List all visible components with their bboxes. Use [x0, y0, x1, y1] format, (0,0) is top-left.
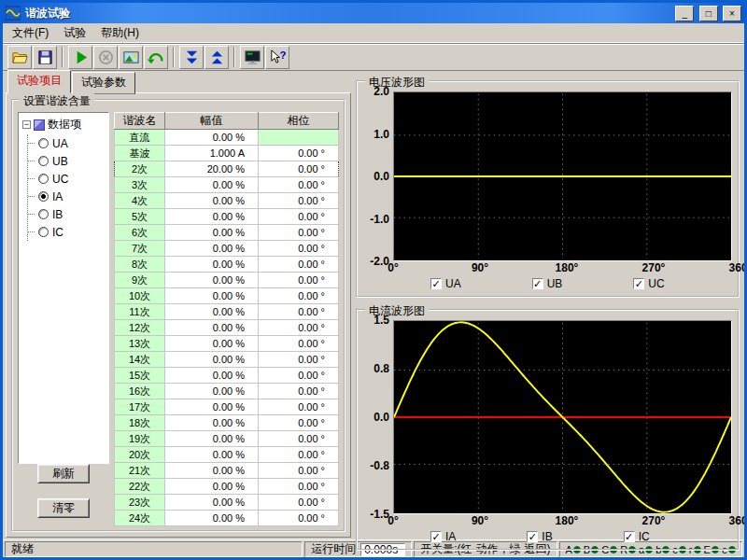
- tree-item-ia[interactable]: IA: [28, 188, 106, 205]
- tree-item-ub[interactable]: UB: [28, 152, 106, 170]
- menu-item-file[interactable]: 文件(F): [5, 22, 56, 44]
- table-cell[interactable]: 0.00 %: [165, 225, 259, 241]
- series-checkbox-uc[interactable]: ✓UC: [633, 277, 664, 290]
- table-cell[interactable]: 0.00 %: [165, 177, 259, 193]
- table-cell[interactable]: 0.00 °: [259, 209, 339, 225]
- table-cell[interactable]: 0.00 %: [165, 415, 259, 431]
- column-header[interactable]: 谐波名: [115, 113, 165, 130]
- table-cell[interactable]: 0.00 %: [165, 352, 259, 368]
- table-row[interactable]: 15次0.00 %0.00 °: [115, 368, 339, 384]
- table-cell[interactable]: 11次: [115, 304, 165, 320]
- table-cell[interactable]: 0.00 %: [165, 320, 259, 336]
- table-cell[interactable]: 1.000 A: [165, 146, 259, 161]
- column-header[interactable]: 幅值: [165, 113, 259, 130]
- table-cell[interactable]: [259, 130, 339, 146]
- table-cell[interactable]: 0.00 °: [259, 273, 339, 288]
- table-cell[interactable]: 5次: [115, 209, 165, 225]
- table-cell[interactable]: 0.00 °: [259, 463, 339, 479]
- table-cell[interactable]: 基波: [115, 146, 165, 161]
- table-row[interactable]: 21次0.00 %0.00 °: [115, 463, 339, 479]
- table-cell[interactable]: 0.00 °: [259, 447, 339, 463]
- tree-item-ic[interactable]: IC: [28, 223, 106, 241]
- tree-item-ib[interactable]: IB: [28, 205, 106, 223]
- table-cell[interactable]: 0.00 %: [165, 495, 259, 511]
- table-cell[interactable]: 0.00 %: [165, 511, 259, 526]
- table-cell[interactable]: 7次: [115, 241, 165, 257]
- table-row[interactable]: 18次0.00 %0.00 °: [115, 415, 339, 431]
- table-cell[interactable]: 0.00 °: [259, 241, 339, 257]
- run-button[interactable]: [68, 46, 92, 69]
- table-cell[interactable]: 20.00 %: [165, 161, 259, 177]
- table-cell[interactable]: 0.00 °: [259, 479, 339, 495]
- table-cell[interactable]: 0.00 °: [259, 146, 339, 161]
- table-cell[interactable]: 10次: [115, 288, 165, 304]
- table-cell[interactable]: 0.00 °: [259, 495, 339, 511]
- table-row[interactable]: 19次0.00 %0.00 °: [115, 431, 339, 447]
- table-cell[interactable]: 24次: [115, 511, 165, 526]
- table-cell[interactable]: 21次: [115, 463, 165, 479]
- table-row[interactable]: 22次0.00 %0.00 °: [115, 479, 339, 495]
- table-cell[interactable]: 3次: [115, 177, 165, 193]
- tree-item-uc[interactable]: UC: [28, 170, 106, 188]
- table-row[interactable]: 24次0.00 %0.00 °: [115, 511, 339, 526]
- table-cell[interactable]: 20次: [115, 447, 165, 463]
- table-cell[interactable]: 0.00 %: [165, 304, 259, 320]
- table-row[interactable]: 3次0.00 %0.00 °: [115, 177, 339, 193]
- table-cell[interactable]: 0.00 %: [165, 479, 259, 495]
- series-checkbox-ub[interactable]: ✓UB: [532, 277, 563, 290]
- open-button[interactable]: [7, 46, 32, 69]
- maximize-button[interactable]: □: [699, 6, 718, 21]
- table-cell[interactable]: 0.00 %: [165, 288, 259, 304]
- table-cell[interactable]: 0.00 °: [259, 399, 339, 415]
- table-cell[interactable]: 15次: [115, 368, 165, 384]
- table-row[interactable]: 11次0.00 %0.00 °: [115, 304, 339, 320]
- table-cell[interactable]: 9次: [115, 273, 165, 288]
- table-cell[interactable]: 2次: [115, 161, 165, 177]
- table-cell[interactable]: 0.00 %: [165, 193, 259, 209]
- table-cell[interactable]: 0.00 °: [259, 288, 339, 304]
- table-row[interactable]: 16次0.00 %0.00 °: [115, 384, 339, 399]
- undo-button[interactable]: [144, 46, 168, 69]
- series-checkbox-ua[interactable]: ✓UA: [430, 277, 461, 290]
- move-down-button[interactable]: [179, 46, 204, 69]
- table-cell[interactable]: 0.00 %: [165, 384, 259, 399]
- table-cell[interactable]: 0.00 °: [259, 368, 339, 384]
- table-row[interactable]: 直流0.00 %: [115, 130, 339, 146]
- table-row[interactable]: 6次0.00 %0.00 °: [115, 225, 339, 241]
- table-row[interactable]: 13次0.00 %0.00 °: [115, 336, 339, 352]
- table-cell[interactable]: 17次: [115, 399, 165, 415]
- menu-item-test[interactable]: 试验: [56, 22, 93, 44]
- table-row[interactable]: 4次0.00 %0.00 °: [115, 193, 339, 209]
- table-cell[interactable]: 0.00 %: [165, 368, 259, 384]
- table-row[interactable]: 17次0.00 %0.00 °: [115, 399, 339, 415]
- series-checkbox-ib[interactable]: ✓IB: [527, 530, 552, 543]
- tree-root-node[interactable]: − 数据项: [21, 117, 106, 133]
- table-cell[interactable]: 0.00 °: [259, 177, 339, 193]
- table-cell[interactable]: 0.00 °: [259, 257, 339, 273]
- minimize-button[interactable]: _: [675, 6, 694, 21]
- menu-item-help[interactable]: 帮助(H): [93, 22, 147, 44]
- table-cell[interactable]: 0.00 °: [259, 304, 339, 320]
- table-cell[interactable]: 直流: [115, 130, 165, 146]
- table-cell[interactable]: 0.00 %: [165, 257, 259, 273]
- tree-item-ua[interactable]: UA: [28, 134, 106, 152]
- table-row[interactable]: 14次0.00 %0.00 °: [115, 352, 339, 368]
- help-button[interactable]: ?: [265, 46, 289, 69]
- table-cell[interactable]: 0.00 °: [259, 384, 339, 399]
- table-row[interactable]: 基波1.000 A0.00 °: [115, 146, 339, 161]
- table-row[interactable]: 2次20.00 %0.00 °: [115, 161, 339, 177]
- table-row[interactable]: 5次0.00 %0.00 °: [115, 209, 339, 225]
- table-cell[interactable]: 14次: [115, 352, 165, 368]
- snapshot-button[interactable]: [119, 46, 143, 69]
- move-up-button[interactable]: [204, 46, 229, 69]
- table-row[interactable]: 8次0.00 %0.00 °: [115, 257, 339, 273]
- monitor-button[interactable]: [240, 46, 264, 69]
- collapse-icon[interactable]: −: [22, 120, 31, 129]
- table-cell[interactable]: 0.00 °: [259, 511, 339, 526]
- close-button[interactable]: ×: [723, 6, 741, 21]
- table-cell[interactable]: 19次: [115, 431, 165, 447]
- table-cell[interactable]: 0.00 °: [259, 320, 339, 336]
- column-header[interactable]: 相位: [259, 113, 339, 130]
- table-cell[interactable]: 0.00 %: [165, 463, 259, 479]
- table-cell[interactable]: 0.00 °: [259, 336, 339, 352]
